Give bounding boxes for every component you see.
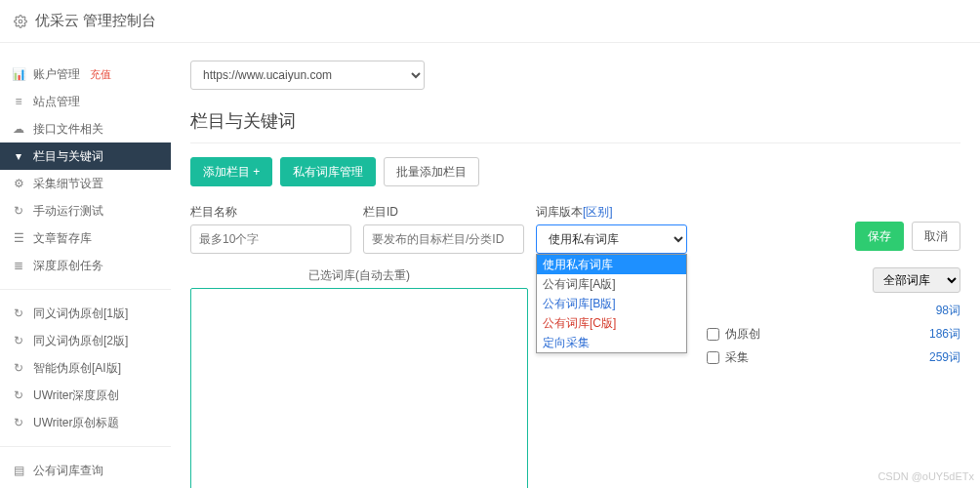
button-row: 添加栏目 + 私有词库管理 批量添加栏目 [190,157,960,186]
lib-version-label: 词库版本[区别] [536,204,687,221]
dropdown-option-targeted[interactable]: 定向采集 [537,333,686,352]
sidebar-item-account[interactable]: 📊账户管理充值 [0,61,171,88]
watermark: CSDN @oUY5dETx [878,470,974,482]
chart-icon: 📊 [12,67,25,81]
stat-row: 采集 259词 [707,346,960,369]
private-lib-button[interactable]: 私有词库管理 [280,157,376,186]
page-title: 栏目与关键词 [190,109,960,143]
list-icon: ☰ [12,231,25,245]
lib-version-dropdown: 使用私有词库 公有词库[A版] 公有词库[B版] 公有词库[C版] 定向采集 [536,254,687,353]
layers-icon: ≡ [12,95,25,108]
site-url-select[interactable]: https://www.ucaiyun.com [190,61,425,90]
stats-column: 全部词库 98词 伪原创 186词 采集 259词 [707,267,960,488]
add-column-button[interactable]: 添加栏目 + [190,157,272,186]
sidebar-item-syn2[interactable]: ↻同义词伪原创[2版] [0,327,171,354]
divider [0,289,171,290]
app-header: 优采云 管理控制台 [0,0,980,43]
dropdown-option-c[interactable]: 公有词库[C版] [537,313,686,333]
sidebar: 📊账户管理充值 ≡站点管理 ☁接口文件相关 ▾栏目与关键词 ⚙采集细节设置 ↻手… [0,43,171,488]
stack-icon: ≣ [12,259,25,272]
sidebar-item-syn1[interactable]: ↻同义词伪原创[1版] [0,300,171,327]
cancel-button[interactable]: 取消 [912,222,960,251]
sidebar-item-uwriter-title[interactable]: ↻UWriter原创标题 [0,409,171,436]
svg-point-0 [19,20,22,23]
sidebar-item-ai[interactable]: ↻智能伪原创[AI版] [0,354,171,382]
sidebar-item-site[interactable]: ≡站点管理 [0,88,171,115]
sidebar-item-manual[interactable]: ↻手动运行测试 [0,197,171,224]
stat-value: 259词 [929,349,960,366]
sidebar-item-uwriter-deep[interactable]: ↻UWriter深度原创 [0,382,171,409]
dropdown-option-b[interactable]: 公有词库[B版] [537,294,686,313]
selected-lib-title: 已选词库(自动去重) [190,267,528,284]
stat-value: 98词 [936,303,960,319]
dropdown-option-a[interactable]: 公有词库[A版] [537,274,686,294]
sidebar-item-columns[interactable]: ▾栏目与关键词 [0,142,171,170]
collect-checkbox[interactable] [707,351,719,364]
save-button[interactable]: 保存 [855,222,904,251]
divider [0,446,171,447]
stat-row: 98词 [707,299,960,322]
book-icon: ▤ [12,464,25,477]
stat-row: 伪原创 186词 [707,322,960,346]
dropdown-option-private[interactable]: 使用私有词库 [537,255,686,274]
column-id-input[interactable] [363,224,524,254]
sync-icon: ↻ [12,306,25,320]
gear-icon [14,14,27,29]
lib-filter-select[interactable]: 全部词库 [873,267,960,293]
sidebar-item-deep[interactable]: ≣深度原创任务 [0,252,171,279]
difference-link[interactable]: [区别] [583,205,613,219]
sync-icon: ↻ [12,334,25,347]
sync-icon: ↻ [12,388,25,402]
app-title: 优采云 管理控制台 [35,12,156,30]
cogs-icon: ⚙ [12,177,25,190]
pseudo-original-checkbox[interactable] [707,328,719,341]
sidebar-item-interface[interactable]: ☁接口文件相关 [0,115,171,142]
sidebar-item-public-lib[interactable]: ▤公有词库查询 [0,457,171,484]
sidebar-item-collect[interactable]: ⚙采集细节设置 [0,170,171,197]
recharge-badge: 充值 [90,67,111,82]
refresh-icon: ↻ [12,204,25,218]
sidebar-item-store[interactable]: ☰文章暂存库 [0,224,171,252]
column-id-label: 栏目ID [363,204,524,221]
main-content: https://www.ucaiyun.com 栏目与关键词 添加栏目 + 私有… [171,43,980,488]
lib-version-select[interactable]: 使用私有词库 [536,224,687,254]
cloud-icon: ☁ [12,122,25,136]
selected-lib-panel [190,288,528,488]
column-name-label: 栏目名称 [190,204,351,221]
stat-value: 186词 [929,326,960,343]
sync-icon: ↻ [12,361,25,375]
bulk-add-button[interactable]: 批量添加栏目 [384,157,479,186]
sync-icon: ↻ [12,416,25,429]
form-row: 栏目名称 栏目ID 词库版本[区别] 使用私有词库 使用私有词库 公有词库[A版… [190,204,960,254]
filter-icon: ▾ [12,149,25,163]
stat-label: 伪原创 [725,326,760,343]
stat-label: 采集 [725,349,749,366]
column-name-input[interactable] [190,224,351,254]
